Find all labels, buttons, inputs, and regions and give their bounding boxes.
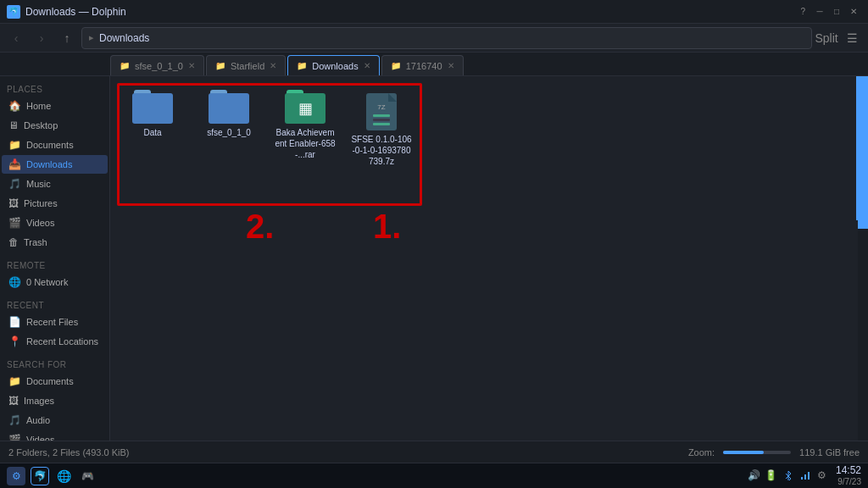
sidebar-item-search-docs[interactable]: 📁 Documents xyxy=(2,372,108,391)
file-item-sfse[interactable]: sfse_0_1_0 xyxy=(195,85,263,172)
folder-icon-sfse xyxy=(209,90,249,124)
sidebar-label-search-audio: Audio xyxy=(26,415,50,425)
taskbar-left: ⚙ 🐬 🌐 🎮 xyxy=(7,467,97,485)
file-item-baka[interactable]: ▦ Baka Achievement Enabler-658-...rar xyxy=(271,85,339,172)
taskbar: ⚙ 🐬 🌐 🎮 🔊 🔋 xyxy=(0,463,868,488)
address-bar[interactable]: ▸ Downloads xyxy=(81,27,812,49)
kde-menu-icon[interactable]: ⚙ xyxy=(7,467,25,485)
speaker-icon[interactable]: 🔊 xyxy=(748,469,761,482)
tab-starfield[interactable]: 📁 Starfield ✕ xyxy=(206,55,286,75)
address-path: Downloads xyxy=(99,32,149,44)
file-item-sfse-archive[interactable]: 7Z SFSE 0.1.0-106-0-1-0-1693780739.7z xyxy=(348,85,415,172)
help-text: ? xyxy=(800,7,805,16)
sidebar-item-home[interactable]: 🏠 Home xyxy=(2,97,108,115)
tab-close-starfield[interactable]: ✕ xyxy=(270,61,276,70)
dolphin-symbol: 🐬 xyxy=(34,470,47,482)
sidebar-item-desktop[interactable]: 🖥 Desktop xyxy=(2,116,108,135)
tab-downloads[interactable]: 📁 Downloads ✕ xyxy=(287,55,379,75)
tab-close-1716740[interactable]: ✕ xyxy=(448,61,454,70)
clock-time: 14:52 xyxy=(836,464,861,476)
statusbar-info: 2 Folders, 2 Files (493.0 KiB) xyxy=(8,447,129,458)
tab-sfse[interactable]: 📁 sfse_0_1_0 ✕ xyxy=(110,55,204,75)
sidebar-item-pictures[interactable]: 🖼 Pictures xyxy=(2,194,108,213)
sidebar-label-documents: Documents xyxy=(26,140,74,150)
browser-taskbar-icon[interactable]: 🌐 xyxy=(54,467,73,485)
dolphin-taskbar-icon[interactable]: 🐬 xyxy=(31,467,49,485)
sidebar-item-trash[interactable]: 🗑 Trash xyxy=(2,233,108,252)
zoom-label: Zoom: xyxy=(688,447,715,458)
sidebar-label-search-images: Images xyxy=(24,396,54,406)
sidebar-item-network[interactable]: 🌐 0 Network xyxy=(2,273,108,291)
sidebar-item-downloads[interactable]: 📥 Downloads xyxy=(2,155,108,174)
desktop-icon: 🖥 xyxy=(8,119,19,131)
sidebar-item-recent-files[interactable]: 📄 Recent Files xyxy=(2,313,108,331)
annotation-label-1: 1. xyxy=(373,208,401,246)
sidebar-item-music[interactable]: 🎵 Music xyxy=(2,175,108,193)
pictures-icon: 🖼 xyxy=(8,197,19,209)
sidebar-label-network: 0 Network xyxy=(26,277,69,287)
settings-tray-icon[interactable]: ⚙ xyxy=(815,469,829,482)
sidebar-section-remote: Remote 🌐 0 Network xyxy=(0,256,109,296)
sidebar-item-search-images[interactable]: 🖼 Images xyxy=(2,391,108,410)
split-button[interactable]: Split xyxy=(815,27,837,49)
sidebar-header-remote: Remote xyxy=(0,259,109,272)
tab-bar: 📁 sfse_0_1_0 ✕ 📁 Starfield ✕ 📁 Downloads… xyxy=(0,53,868,76)
steam-taskbar-icon[interactable]: 🎮 xyxy=(78,467,97,485)
tab-close-downloads[interactable]: ✕ xyxy=(364,61,370,70)
titlebar-left: 🐬 Downloads — Dolphin xyxy=(7,5,126,19)
tab-icon-downloads: 📁 xyxy=(297,61,307,70)
titlebar-controls: ? ─ □ ✕ xyxy=(800,4,861,19)
search-docs-icon: 📁 xyxy=(8,375,21,387)
zoom-slider[interactable] xyxy=(723,451,791,454)
browser-symbol: 🌐 xyxy=(57,469,71,483)
content-area[interactable]: Data sfse_0_1_0 ▦ Baka Achievement En xyxy=(110,76,868,466)
minimize-button[interactable]: ─ xyxy=(812,4,827,19)
sidebar-item-recent-locations[interactable]: 📍 Recent Locations xyxy=(2,332,108,351)
address-arrow: ▸ xyxy=(89,32,94,43)
statusbar-right: Zoom: 119.1 GiB free xyxy=(688,447,860,458)
forward-button[interactable]: › xyxy=(31,27,53,49)
app-icon: 🐬 xyxy=(7,5,20,19)
network-tray-icon[interactable] xyxy=(798,469,812,482)
svg-rect-0 xyxy=(801,477,803,480)
archive-icon-sfse: 7Z xyxy=(363,90,400,130)
main-layout: Places 🏠 Home 🖥 Desktop 📁 Documents 📥 Do… xyxy=(0,76,868,466)
right-scrollbar-thumb[interactable] xyxy=(856,76,868,220)
sidebar-item-videos[interactable]: 🎬 Videos xyxy=(2,214,108,232)
sidebar-section-recent: Recent 📄 Recent Files 📍 Recent Locations xyxy=(0,296,109,355)
toolbar: ‹ › ↑ ▸ Downloads Split ☰ xyxy=(0,24,868,53)
svg-rect-2 xyxy=(808,472,810,480)
file-grid: Data sfse_0_1_0 ▦ Baka Achievement En xyxy=(110,76,868,180)
tab-1716740[interactable]: 📁 1716740 ✕ xyxy=(381,55,464,75)
up-button[interactable]: ↑ xyxy=(56,27,78,49)
maximize-button[interactable]: □ xyxy=(829,4,844,19)
battery-icon[interactable]: 🔋 xyxy=(765,469,778,482)
close-button[interactable]: ✕ xyxy=(846,4,861,19)
bluetooth-icon[interactable] xyxy=(782,469,795,482)
sidebar-section-places: Places 🏠 Home 🖥 Desktop 📁 Documents 📥 Do… xyxy=(0,80,109,256)
menu-button[interactable]: ☰ xyxy=(841,27,863,49)
tab-close-sfse[interactable]: ✕ xyxy=(188,61,195,70)
downloads-icon: 📥 xyxy=(8,158,21,170)
tab-icon-starfield: 📁 xyxy=(215,61,225,70)
videos-icon: 🎬 xyxy=(8,217,21,229)
recent-locations-icon: 📍 xyxy=(8,336,21,347)
file-label-data: Data xyxy=(143,127,161,138)
sidebar-header-recent: Recent xyxy=(0,299,109,312)
sidebar-item-search-audio[interactable]: 🎵 Audio xyxy=(2,411,108,430)
file-item-data[interactable]: Data xyxy=(119,85,186,172)
trash-icon: 🗑 xyxy=(8,236,19,248)
steam-symbol: 🎮 xyxy=(81,470,94,482)
sidebar-header-search: Search For xyxy=(0,358,109,371)
home-icon: 🏠 xyxy=(8,100,21,112)
tab-icon-1716740: 📁 xyxy=(391,61,401,70)
back-button[interactable]: ‹ xyxy=(5,27,27,49)
sidebar-label-videos: Videos xyxy=(26,218,54,228)
sidebar-label-trash: Trash xyxy=(24,237,47,247)
sidebar-item-documents[interactable]: 📁 Documents xyxy=(2,136,108,154)
sidebar: Places 🏠 Home 🖥 Desktop 📁 Documents 📥 Do… xyxy=(0,76,110,466)
system-tray: 🔊 🔋 ⚙ xyxy=(748,469,829,482)
statusbar: 2 Folders, 2 Files (493.0 KiB) Zoom: 119… xyxy=(0,441,868,463)
tab-label-downloads: Downloads xyxy=(312,61,358,71)
sidebar-label-pictures: Pictures xyxy=(24,198,58,208)
